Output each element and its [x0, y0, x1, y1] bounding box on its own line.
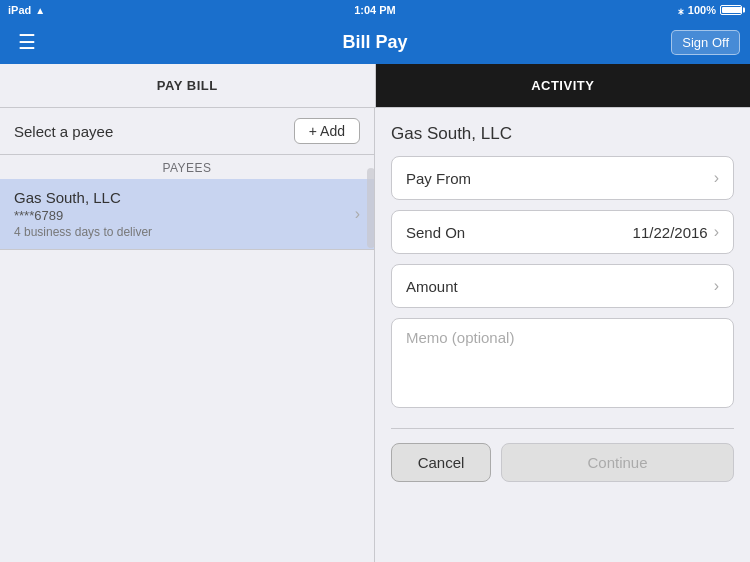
memo-placeholder: Memo (optional) [406, 329, 514, 346]
chevron-right-icon: › [355, 205, 360, 223]
payee-name: Gas South, LLC [14, 189, 152, 206]
tab-pay-bill[interactable]: PAY BILL [0, 64, 376, 107]
pay-from-label: Pay From [406, 170, 714, 187]
send-on-label: Send On [406, 224, 633, 241]
action-buttons: Cancel Continue [391, 443, 734, 482]
divider [391, 428, 734, 429]
send-on-field[interactable]: Send On 11/22/2016 › [391, 210, 734, 254]
payee-title: Gas South, LLC [391, 124, 734, 144]
status-time: 1:04 PM [354, 4, 396, 16]
payee-info: Gas South, LLC ****6789 4 business days … [14, 189, 152, 239]
sign-off-button[interactable]: Sign Off [671, 30, 740, 55]
payee-account: ****6789 [14, 208, 152, 223]
bluetooth-icon: ⁎ [678, 4, 684, 17]
cancel-button[interactable]: Cancel [391, 443, 491, 482]
amount-chevron-icon: › [714, 277, 719, 295]
pay-from-chevron-icon: › [714, 169, 719, 187]
nav-title: Bill Pay [342, 32, 407, 53]
wifi-icon: ▲ [35, 5, 45, 16]
send-on-chevron-icon: › [714, 223, 719, 241]
pay-from-field[interactable]: Pay From › [391, 156, 734, 200]
status-bar: iPad ▲ 1:04 PM ⁎ 100% [0, 0, 750, 20]
left-panel: Select a payee + Add PAYEES Gas South, L… [0, 108, 375, 562]
status-left: iPad ▲ [8, 4, 45, 16]
amount-label: Amount [406, 278, 714, 295]
payee-delivery: 4 business days to deliver [14, 225, 152, 239]
carrier-label: iPad [8, 4, 31, 16]
select-payee-row: Select a payee + Add [0, 108, 374, 155]
amount-field[interactable]: Amount › [391, 264, 734, 308]
battery-icon [720, 5, 742, 15]
battery-label: 100% [688, 4, 716, 16]
hamburger-icon[interactable]: ☰ [10, 26, 44, 58]
continue-button: Continue [501, 443, 734, 482]
nav-bar: ☰ Bill Pay Sign Off [0, 20, 750, 64]
main-content: Select a payee + Add PAYEES Gas South, L… [0, 108, 750, 562]
scroll-indicator [367, 168, 375, 248]
tab-bar: PAY BILL ACTIVITY [0, 64, 750, 108]
payees-section-header: PAYEES [0, 155, 374, 179]
memo-field[interactable]: Memo (optional) [391, 318, 734, 408]
right-panel: Gas South, LLC Pay From › Send On 11/22/… [375, 108, 750, 562]
payee-item[interactable]: Gas South, LLC ****6789 4 business days … [0, 179, 374, 250]
select-payee-label: Select a payee [14, 123, 113, 140]
battery-fill [722, 7, 742, 13]
tab-activity[interactable]: ACTIVITY [376, 64, 751, 107]
send-on-value: 11/22/2016 [633, 224, 708, 241]
add-payee-button[interactable]: + Add [294, 118, 360, 144]
status-right: ⁎ 100% [678, 4, 742, 17]
